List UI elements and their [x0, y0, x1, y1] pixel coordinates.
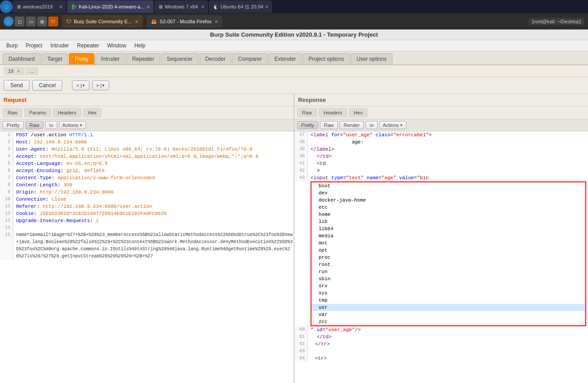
list-item[interactable]: home: [311, 211, 585, 218]
subtab-19-label: 19: [8, 68, 13, 74]
tab-user-options[interactable]: User options: [351, 53, 392, 64]
request-tab-params[interactable]: Params: [24, 108, 51, 117]
tab-decoder[interactable]: Decoder: [200, 53, 231, 64]
response-pretty-btn[interactable]: Pretty: [297, 121, 318, 129]
table-row: 5Accept-Language: en-US,en;q=0.5: [0, 160, 294, 167]
tab-extender[interactable]: Extender: [268, 53, 302, 64]
taskbar-tab-2-close[interactable]: ✕: [201, 4, 205, 9]
tab-dashboard[interactable]: Dashboard: [3, 53, 41, 64]
tab-repeater[interactable]: Repeater: [126, 53, 160, 64]
nav-back-button[interactable]: < | ▼: [72, 80, 89, 90]
topbar-tab-burp[interactable]: 🛡 Burp Suite Community E... ✕: [62, 15, 143, 28]
response-actions-btn[interactable]: Actions ▼: [379, 121, 406, 129]
table-row: 12Cookie: JSESSIONID=2CECD1997729814EDC1…: [0, 210, 294, 217]
list-item[interactable]: sbin: [311, 275, 585, 282]
list-item[interactable]: lib: [311, 218, 585, 225]
request-tab-hex[interactable]: Hex: [83, 108, 102, 117]
cancel-button[interactable]: Cancel: [32, 80, 62, 91]
topbar-icon-0[interactable]: 🌐: [4, 17, 13, 26]
request-code-area[interactable]: 1POST /user.action HTTP/1.1 2Host: 192.1…: [0, 131, 294, 383]
taskbar-tab-1-close[interactable]: ✕: [146, 4, 150, 9]
request-raw-btn[interactable]: Raw: [26, 121, 43, 129]
send-button[interactable]: Send: [4, 80, 30, 91]
menu-repeater[interactable]: Repeater: [73, 41, 102, 50]
tab-intruder[interactable]: Intruder: [95, 53, 125, 64]
list-item-selected[interactable]: usr: [311, 304, 585, 311]
list-item[interactable]: media: [311, 232, 585, 240]
response-code-area[interactable]: 37<label for="user_age" class="errorLabe…: [294, 131, 588, 383]
response-tab-hex[interactable]: Hex: [349, 108, 368, 117]
table-row: 62</tr>: [294, 341, 588, 348]
response-raw-btn[interactable]: Raw: [320, 121, 338, 129]
list-item[interactable]: root: [311, 261, 585, 268]
menu-project[interactable]: Project: [22, 41, 46, 50]
menu-burp[interactable]: Burp: [3, 41, 21, 50]
list-item[interactable]: tmp: [311, 297, 585, 304]
topbar-icon-2[interactable]: ▭: [26, 17, 36, 26]
response-render-btn[interactable]: Render: [340, 121, 364, 129]
topbar-tab-firefox-close[interactable]: ✕: [214, 19, 218, 24]
table-row: 39</label>: [294, 146, 588, 153]
nav-back-chevron: ▼: [82, 84, 85, 88]
nav-forward-label: > |: [96, 83, 102, 88]
list-item[interactable]: run: [311, 268, 585, 275]
table-row: 6Accept-Encoding: gzip, deflate: [0, 167, 294, 174]
menu-intruder[interactable]: Intruder: [47, 41, 72, 50]
request-newline-btn[interactable]: \n: [45, 121, 57, 129]
list-item[interactable]: lib64: [311, 225, 585, 232]
topbar-tab-burp-close[interactable]: ✕: [135, 19, 138, 24]
request-actions-btn[interactable]: Actions ▼: [59, 121, 86, 129]
list-item[interactable]: var: [311, 311, 585, 318]
response-tab-raw[interactable]: Raw: [297, 108, 317, 117]
topbar-tab-firefox[interactable]: 🦊 S2-007 - Mozilla Firefox ✕: [146, 15, 222, 28]
topbar-icon-1[interactable]: ◻: [15, 17, 25, 26]
taskbar-tab-3[interactable]: 🐧 Ubuntu 64 位 20.04 ✕: [209, 0, 272, 13]
taskbar-tab-3-close[interactable]: ✕: [265, 4, 268, 9]
request-actions-chevron: ▼: [79, 123, 83, 127]
subtab-more[interactable]: ...: [26, 67, 38, 75]
response-newline-btn[interactable]: \n: [366, 121, 378, 129]
tab-comparer[interactable]: Comparer: [232, 53, 268, 64]
tabbar: Dashboard Target Proxy Intruder Repeater…: [0, 51, 588, 65]
taskbar-logo[interactable]: 🌐: [0, 0, 13, 13]
tab-sequencer[interactable]: Sequencer: [161, 53, 199, 64]
table-row: 8Content-Length: 359: [0, 181, 294, 189]
list-item[interactable]: boot: [311, 182, 585, 189]
window-title: Burp Suite Community Edition v2020.9.1 -…: [0, 29, 588, 40]
tab-target[interactable]: Target: [42, 53, 68, 64]
autocomplete-dropdown[interactable]: boot dev docker-java-home etc home lib l…: [311, 181, 586, 326]
request-tab-headers[interactable]: Headers: [53, 108, 81, 117]
taskbar-tab-0[interactable]: 🖥 windows2019 ✕: [13, 0, 66, 13]
subtab-19[interactable]: 19 ✕: [4, 67, 25, 75]
request-pretty-btn[interactable]: Pretty: [3, 121, 24, 129]
list-item[interactable]: zcc: [311, 318, 585, 325]
tab-proxy[interactable]: Proxy: [69, 53, 94, 64]
response-title: Response: [294, 94, 588, 106]
response-tab-headers[interactable]: Headers: [319, 108, 347, 117]
nav-forward-button[interactable]: > | ▼: [92, 80, 109, 90]
list-item[interactable]: sys: [311, 290, 585, 297]
taskbar-tab-1[interactable]: 🐉 Kali-Linux-2020.4-vmware-a... ✕: [67, 0, 153, 13]
taskbar-tab-2[interactable]: 🖥 Windows 7 x64 ✕: [154, 0, 208, 13]
table-row: 14: [0, 224, 294, 231]
tab-project-options[interactable]: Project options: [303, 53, 349, 64]
list-item[interactable]: opt: [311, 247, 585, 254]
topbar-tab-firefox-label: S2-007 - Mozilla Firefox: [160, 19, 212, 24]
taskbar-tab-0-close[interactable]: ✕: [59, 4, 63, 9]
topbar-icon-4[interactable]: 🛡: [48, 17, 58, 26]
list-item[interactable]: etc: [311, 204, 585, 211]
firefox-icon: 🦊: [151, 19, 157, 25]
subtab-19-close[interactable]: ✕: [17, 69, 20, 74]
main-content: Request Raw Params Headers Hex Pretty Ra…: [0, 94, 588, 383]
list-item[interactable]: proc: [311, 254, 585, 261]
list-item[interactable]: mnt: [311, 240, 585, 247]
menubar: Burp Project Intruder Repeater Window He…: [0, 40, 588, 51]
menu-help[interactable]: Help: [131, 41, 149, 50]
list-item[interactable]: srv: [311, 282, 585, 290]
topbar-icon-3[interactable]: ⊞: [37, 17, 47, 26]
list-item[interactable]: dev: [311, 189, 585, 197]
menu-window[interactable]: Window: [103, 41, 130, 50]
toolbar: Send Cancel < | ▼ > | ▼: [0, 77, 588, 94]
request-tab-raw[interactable]: Raw: [3, 108, 22, 117]
list-item[interactable]: docker-java-home: [311, 197, 585, 204]
